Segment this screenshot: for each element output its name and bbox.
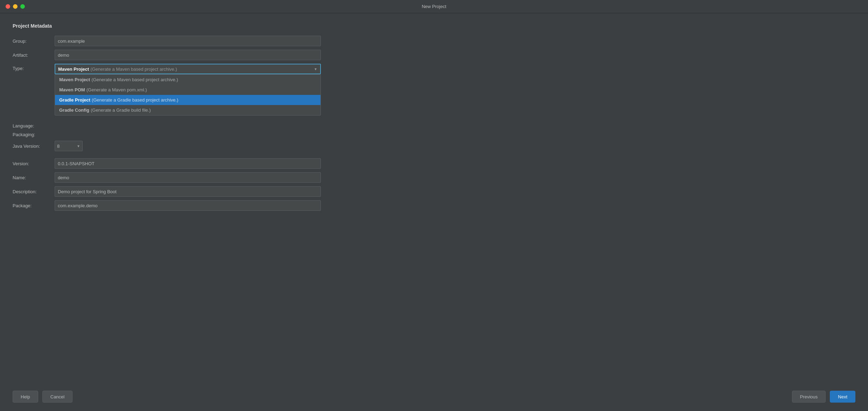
version-row: Version: bbox=[13, 158, 328, 169]
window-title: New Project bbox=[422, 4, 446, 9]
package-input[interactable] bbox=[55, 200, 321, 211]
version-input[interactable] bbox=[55, 158, 321, 169]
name-label: Name: bbox=[13, 175, 55, 180]
option-description: (Generate a Gradle based project archive… bbox=[92, 97, 178, 103]
cancel-button[interactable]: Cancel bbox=[42, 391, 73, 403]
window-controls bbox=[6, 4, 25, 9]
group-input[interactable] bbox=[55, 36, 321, 46]
package-row: Package: bbox=[13, 200, 328, 211]
option-label: Maven POM bbox=[59, 87, 85, 92]
section-title: Project Metadata bbox=[13, 23, 855, 29]
description-label: Description: bbox=[13, 189, 55, 194]
packaging-label: Packaging: bbox=[13, 132, 55, 137]
language-label: Language: bbox=[13, 123, 55, 128]
previous-button[interactable]: Previous bbox=[792, 391, 826, 403]
type-option-gradle-project[interactable]: Gradle Project (Generate a Gradle based … bbox=[55, 95, 321, 105]
type-select[interactable]: Maven Project (Generate a Maven based pr… bbox=[55, 64, 321, 74]
packaging-row: Packaging: bbox=[13, 132, 328, 137]
type-selected-muted: (Generate a Maven based project archive.… bbox=[90, 67, 177, 72]
name-input[interactable] bbox=[55, 172, 321, 183]
option-description: (Generate a Maven pom.xml.) bbox=[87, 87, 147, 92]
chevron-down-icon: ▼ bbox=[77, 144, 80, 148]
maximize-button[interactable] bbox=[20, 4, 25, 9]
close-button[interactable] bbox=[6, 4, 10, 9]
type-label: Type: bbox=[13, 64, 55, 71]
artifact-input[interactable] bbox=[55, 50, 321, 60]
artifact-row: Artifact: bbox=[13, 50, 328, 60]
option-description: (Generate a Gradle build file.) bbox=[91, 107, 151, 113]
help-button[interactable]: Help bbox=[13, 391, 38, 403]
next-button[interactable]: Next bbox=[830, 391, 855, 403]
description-row: Description: bbox=[13, 186, 328, 197]
footer-right-buttons: Previous Next bbox=[792, 391, 855, 403]
main-content: Project Metadata Group: Artifact: Type: … bbox=[0, 13, 868, 385]
type-dropdown-menu: Maven Project (Generate a Maven based pr… bbox=[55, 74, 321, 116]
version-label: Version: bbox=[13, 161, 55, 166]
language-row: Language: bbox=[13, 123, 328, 128]
project-metadata-form: Group: Artifact: Type: Maven Project (Ge… bbox=[13, 36, 328, 214]
option-label: Maven Project bbox=[59, 77, 90, 82]
java-version-value: 8 bbox=[57, 144, 60, 149]
type-dropdown-wrapper: Maven Project (Generate a Maven based pr… bbox=[55, 64, 321, 74]
type-selected-bold: Maven Project bbox=[58, 67, 89, 72]
option-label: Gradle Project bbox=[59, 97, 90, 103]
type-option-maven-project[interactable]: Maven Project (Generate a Maven based pr… bbox=[55, 75, 321, 85]
type-option-gradle-config[interactable]: Gradle Config (Generate a Gradle build f… bbox=[55, 105, 321, 115]
java-version-row: Java Version: 8 ▼ bbox=[13, 141, 328, 151]
option-label: Gradle Config bbox=[59, 107, 89, 113]
artifact-label: Artifact: bbox=[13, 53, 55, 58]
package-label: Package: bbox=[13, 203, 55, 208]
minimize-button[interactable] bbox=[13, 4, 18, 9]
java-version-label: Java Version: bbox=[13, 144, 55, 149]
titlebar: New Project bbox=[0, 0, 868, 13]
java-version-select[interactable]: 8 ▼ bbox=[55, 141, 83, 151]
group-row: Group: bbox=[13, 36, 328, 46]
type-selected-text: Maven Project (Generate a Maven based pr… bbox=[58, 67, 177, 72]
type-row: Type: Maven Project (Generate a Maven ba… bbox=[13, 64, 328, 74]
chevron-down-icon: ▼ bbox=[314, 67, 317, 71]
name-row: Name: bbox=[13, 172, 328, 183]
description-input[interactable] bbox=[55, 186, 321, 197]
footer-left-buttons: Help Cancel bbox=[13, 391, 73, 403]
option-description: (Generate a Maven based project archive.… bbox=[91, 77, 178, 82]
group-label: Group: bbox=[13, 39, 55, 44]
type-option-maven-pom[interactable]: Maven POM (Generate a Maven pom.xml.) bbox=[55, 85, 321, 95]
footer: Help Cancel Previous Next bbox=[0, 385, 868, 411]
